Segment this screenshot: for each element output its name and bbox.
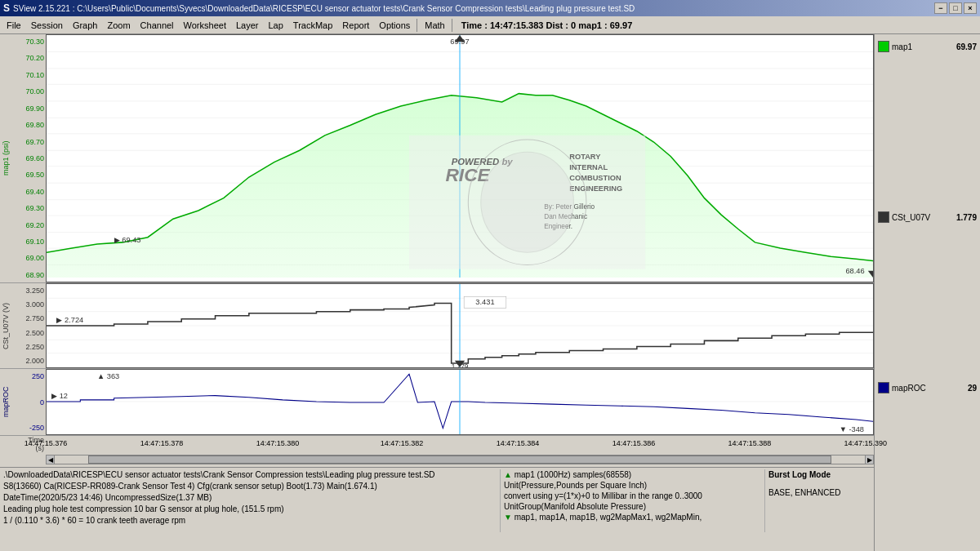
title-text: S SView 2.15.221 : C:\Users\Public\Docum… bbox=[3, 2, 635, 14]
svg-text:COMBUSTION: COMBUSTION bbox=[569, 174, 621, 182]
map1-y-axis-name: map1 (psi) bbox=[0, 34, 11, 282]
time-label-6: 14:47:15.388 bbox=[728, 439, 772, 447]
svg-text:▶ 12: ▶ 12 bbox=[51, 392, 68, 400]
menu-zoom[interactable]: Zoom bbox=[102, 19, 135, 32]
legend-roc-label: mapROC bbox=[892, 384, 926, 393]
status-path: .\DownloadedData\RICESP\ECU sensor actua… bbox=[3, 469, 497, 481]
svg-text:69.97: 69.97 bbox=[450, 38, 469, 46]
scrollbar-row: ◀ ▶ bbox=[0, 454, 874, 465]
menu-separator2 bbox=[452, 19, 453, 32]
status-line2: DateTime(2020/5/23 14:46) UncompressedSi… bbox=[3, 492, 497, 504]
roc-svg-container[interactable]: ▶ 12 ▲ 363 ▼ -348 bbox=[46, 369, 874, 435]
status-mid-text5: map1, map1A, map1B, wg2MapMax1, wg2MapMi… bbox=[514, 513, 702, 522]
cst-svg-container[interactable]: ▶ 2.724 3.431 1.779 bbox=[46, 283, 874, 368]
legend-panel: map1 69.97 CSt_U07V 1.779 mapROC 29 bbox=[874, 34, 980, 551]
cst-panel: CSt_U07V (V) 3.250 3.000 2.750 2.500 2.2… bbox=[0, 283, 874, 369]
menu-file[interactable]: File bbox=[2, 19, 26, 32]
legend-spacer2 bbox=[876, 226, 978, 379]
legend-spacer1 bbox=[876, 56, 978, 208]
down-arrow: ▼ bbox=[504, 513, 512, 522]
menu-graph[interactable]: Graph bbox=[68, 19, 103, 32]
time-axis-panel: Time(s) 14:47:15.376 14:47:15.378 14:47:… bbox=[0, 436, 874, 467]
status-right-line3: BASE, ENHANCED bbox=[768, 487, 871, 499]
map1-wrapper: map1 (psi) 70.30 70.20 70.10 70.00 69.90… bbox=[0, 34, 874, 282]
status-middle: ▲ map1 (1000Hz) samples(68558) Unit(Pres… bbox=[500, 469, 761, 532]
svg-text:ROTARY: ROTARY bbox=[569, 153, 601, 161]
legend-map1-label: map1 bbox=[892, 42, 912, 51]
window-controls: − □ × bbox=[934, 2, 977, 14]
svg-point-32 bbox=[481, 152, 574, 252]
cst-wrapper: CSt_U07V (V) 3.250 3.000 2.750 2.500 2.2… bbox=[0, 283, 874, 368]
horizontal-scrollbar[interactable]: ◀ ▶ bbox=[46, 455, 874, 464]
status-line4: 1 / (0.110 * 3.6) * 60 = 10 crank teeth … bbox=[3, 515, 497, 527]
legend-cst-label: CSt_U07V bbox=[892, 213, 930, 222]
scroll-thumb[interactable] bbox=[88, 455, 832, 464]
roc-y-axis-name: mapROC bbox=[0, 369, 11, 435]
roc-y-labels: 250 0 -250 bbox=[11, 369, 46, 435]
status-mid-line2: Unit(Pressure,Pounds per Square Inch) bbox=[504, 480, 761, 491]
cst-y-axis-name: CSt_U07V (V) bbox=[0, 283, 11, 368]
menu-channel[interactable]: Channel bbox=[136, 19, 179, 32]
close-button[interactable]: × bbox=[964, 2, 977, 14]
menu-separator bbox=[416, 19, 418, 32]
scroll-left-btn[interactable]: ◀ bbox=[47, 455, 55, 464]
minimize-button[interactable]: − bbox=[934, 2, 947, 14]
status-line3: Leading plug hole test compression 10 ba… bbox=[3, 504, 497, 515]
map1-svg: 69.97 68.46 ▶ 69.43 POWERED by RICE ROTA… bbox=[46, 34, 874, 282]
title-label: SView 2.15.221 : C:\Users\Public\Documen… bbox=[13, 4, 635, 13]
menu-math[interactable]: Math bbox=[420, 19, 449, 32]
status-info: Time : 14:47:15.383 Dist : 0 map1 : 69.9… bbox=[461, 20, 633, 30]
menu-session[interactable]: Session bbox=[26, 19, 68, 32]
legend-cst-color bbox=[878, 211, 889, 223]
legend-map1-color bbox=[878, 41, 889, 52]
legend-map1-value: 69.97 bbox=[956, 42, 977, 51]
roc-wrapper: mapROC 250 0 -250 ▶ 12 bbox=[0, 369, 874, 435]
status-mid-line4: UnitGroup(Manifold Absolute Pressure) bbox=[504, 501, 761, 512]
svg-text:1.779: 1.779 bbox=[452, 363, 469, 368]
time-label-1: 14:47:15.378 bbox=[140, 439, 184, 447]
status-right: Burst Log Mode BASE, ENHANCED bbox=[764, 469, 871, 532]
svg-text:▼ -348: ▼ -348 bbox=[840, 425, 864, 433]
svg-text:ENGINEERING: ENGINEERING bbox=[569, 184, 622, 193]
time-label-5: 14:47:15.386 bbox=[612, 439, 656, 447]
status-area: .\DownloadedData\RICESP\ECU sensor actua… bbox=[0, 467, 874, 534]
menu-trackmap[interactable]: TrackMap bbox=[288, 19, 338, 32]
roc-panel: mapROC 250 0 -250 ▶ 12 bbox=[0, 369, 874, 436]
map1-svg-container[interactable]: 69.97 68.46 ▶ 69.43 POWERED by RICE ROTA… bbox=[46, 34, 874, 282]
map1-panel: map1 (psi) 70.30 70.20 70.10 70.00 69.90… bbox=[0, 34, 874, 283]
status-left: .\DownloadedData\RICESP\ECU sensor actua… bbox=[3, 469, 497, 532]
legend-roc-value: 29 bbox=[968, 384, 977, 393]
svg-text:▶ 2.724: ▶ 2.724 bbox=[56, 316, 83, 324]
svg-text:RICE: RICE bbox=[445, 165, 490, 185]
status-mid-line5: ▼ map1, map1A, map1B, wg2MapMax1, wg2Map… bbox=[504, 512, 761, 522]
svg-text:▶ 69.43: ▶ 69.43 bbox=[114, 236, 141, 244]
app-icon: S bbox=[3, 2, 10, 14]
roc-svg: ▶ 12 ▲ 363 ▼ -348 bbox=[46, 369, 874, 435]
menu-report[interactable]: Report bbox=[337, 19, 374, 32]
chart-area: map1 (psi) 70.30 70.20 70.10 70.00 69.90… bbox=[0, 34, 874, 551]
status-mid-text1: map1 (1000Hz) samples(68558) bbox=[514, 470, 631, 479]
menu-bar: File Session Graph Zoom Channel Workshee… bbox=[0, 16, 980, 34]
menu-layer[interactable]: Layer bbox=[231, 19, 264, 32]
status-mid-line1: ▲ map1 (1000Hz) samples(68558) bbox=[504, 469, 761, 480]
status-right-line1: Burst Log Mode bbox=[768, 469, 871, 481]
cst-y-labels: 3.250 3.000 2.750 2.500 2.250 2.000 bbox=[11, 283, 46, 368]
up-arrow: ▲ bbox=[504, 470, 512, 479]
legend-roc: mapROC 29 bbox=[876, 380, 978, 395]
legend-map1: map1 69.97 bbox=[876, 39, 978, 54]
time-label-3: 14:47:15.382 bbox=[381, 439, 424, 447]
legend-roc-color bbox=[878, 382, 889, 393]
main-container: map1 (psi) 70.30 70.20 70.10 70.00 69.90… bbox=[0, 34, 980, 551]
menu-worksheet[interactable]: Worksheet bbox=[179, 19, 231, 32]
maximize-button[interactable]: □ bbox=[949, 2, 962, 14]
time-labels-row: Time(s) 14:47:15.376 14:47:15.378 14:47:… bbox=[0, 436, 874, 454]
scrollbar-spacer bbox=[0, 454, 46, 465]
menu-options[interactable]: Options bbox=[374, 19, 415, 32]
svg-text:68.46: 68.46 bbox=[845, 267, 864, 275]
legend-cst-value: 1.779 bbox=[956, 213, 977, 222]
scroll-right-btn[interactable]: ▶ bbox=[865, 455, 873, 464]
cst-svg: ▶ 2.724 3.431 1.779 bbox=[46, 283, 874, 368]
menu-lap[interactable]: Lap bbox=[263, 19, 287, 32]
status-line1: S8(13660) Ca(RICESP-RR089-Crank Sensor T… bbox=[3, 481, 497, 492]
time-label-0: 14:47:15.376 bbox=[24, 439, 68, 447]
